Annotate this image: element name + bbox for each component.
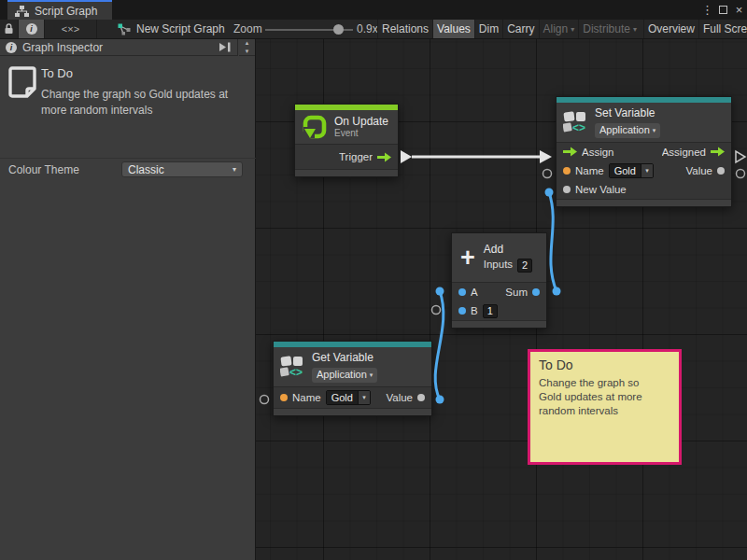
sticky-note-text: Change the graph so Gold updates at more… [539, 376, 658, 418]
chevron-down-icon: ▾ [358, 391, 370, 404]
values-button[interactable]: Values [432, 20, 474, 38]
svg-text:<>: <> [572, 121, 585, 133]
variable-scope-value: Application [317, 369, 367, 381]
graph-toolbar: i <×> New Script Graph Zoom 0.9x Relatio… [0, 20, 747, 39]
a-input-port[interactable] [458, 288, 466, 296]
graph-name-label: New Script Graph [136, 22, 225, 35]
panel-scrubber: ▲ ▼ [239, 39, 255, 56]
value-output-port[interactable] [417, 394, 425, 401]
sum-output-port[interactable] [532, 288, 540, 296]
window-controls: ⋮ × [699, 0, 747, 20]
inputs-count-field[interactable]: 2 [517, 259, 532, 273]
dim-button[interactable]: Dim [474, 20, 502, 38]
value-port-label: Value [386, 392, 413, 403]
script-graph-asset-icon [118, 23, 131, 35]
variable-scope-dropdown[interactable]: Application ▾ [312, 368, 377, 383]
variable-name-value: Gold [610, 164, 641, 177]
colour-theme-label: Colour Theme [8, 163, 79, 176]
colour-theme-row: Colour Theme Classic ▾ [0, 161, 256, 180]
name-input-port[interactable] [280, 394, 288, 401]
dock-panel-icon [218, 42, 232, 52]
info-icon: i [26, 23, 37, 35]
b-port-row: B 1 [452, 301, 546, 320]
tab-script-graph[interactable]: Script Graph [7, 0, 112, 20]
scroll-up-button[interactable]: ▲ [239, 39, 255, 48]
get-variable-header: <> Get Variable Application ▾ [274, 347, 431, 386]
node-footer [274, 408, 431, 415]
name-port-row: Name Gold ▾ Value [557, 161, 731, 180]
value-port-label: Value [685, 165, 712, 176]
zoom-value: 0.9x [357, 20, 378, 38]
plus-icon: + [460, 245, 475, 271]
inspector-toggle-button[interactable]: i [19, 20, 45, 38]
lock-icon [4, 23, 14, 35]
maximize-icon [719, 6, 727, 14]
overview-button[interactable]: Overview [643, 20, 698, 38]
node-footer [557, 199, 731, 206]
b-input-port[interactable] [458, 307, 466, 315]
variable-name-dropdown[interactable]: Gold ▾ [609, 163, 654, 178]
variable-scope-value: Application [599, 124, 650, 136]
flow-output-arrow-icon[interactable] [377, 152, 391, 162]
window-menu-button[interactable]: ⋮ [699, 0, 715, 20]
node-add[interactable]: + Add Inputs 2 A Sum B 1 [451, 232, 547, 329]
flow-input-arrow-icon[interactable] [563, 147, 577, 157]
name-port-row: Name Gold ▾ Value [274, 387, 431, 408]
variable-name-dropdown[interactable]: Gold ▾ [326, 390, 371, 405]
graph-tab-icon [15, 6, 29, 17]
zoom-label: Zoom [233, 20, 262, 38]
name-input-port[interactable] [563, 167, 571, 175]
assign-port-label: Assign [582, 147, 614, 158]
new-value-input-port[interactable] [563, 186, 571, 193]
node-footer [295, 169, 398, 176]
inspector-note-title: To Do [41, 66, 73, 80]
new-value-port-row: New Value [557, 180, 731, 199]
inputs-label: Inputs [484, 259, 513, 272]
kebab-menu-icon: ⋮ [701, 3, 713, 17]
lock-button[interactable] [0, 20, 19, 38]
graph-inspector-header[interactable]: i Graph Inspector [0, 39, 238, 56]
dock-panel-button[interactable] [218, 42, 232, 52]
tab-title: Script Graph [35, 5, 97, 18]
sum-port-label: Sum [505, 287, 528, 298]
b-value-field[interactable]: 1 [483, 304, 498, 318]
distribute-dropdown-button[interactable]: Distribute ▾ [578, 20, 641, 38]
close-button[interactable]: × [731, 0, 747, 20]
trigger-port-label: Trigger [339, 151, 373, 162]
full-screen-button[interactable]: Full Screen [698, 20, 747, 38]
name-port-label: Name [292, 392, 321, 403]
graph-name-breadcrumb[interactable]: New Script Graph [118, 20, 225, 38]
relations-button[interactable]: Relations [377, 20, 432, 38]
node-title: Set Variable [595, 106, 660, 119]
b-port-label: B [471, 305, 478, 316]
inspector-note-text: Change the graph so Gold updates at more… [41, 87, 241, 119]
variable-scope-dropdown[interactable]: Application ▾ [595, 123, 660, 138]
node-get-variable[interactable]: <> Get Variable Application ▾ Name Gold … [273, 341, 432, 416]
maximize-button[interactable] [715, 0, 731, 20]
sticky-note-title: To Do [539, 357, 670, 372]
value-output-port[interactable] [717, 167, 725, 175]
chevron-down-icon: ▾ [370, 371, 374, 379]
toolbar-buttons: Relations Values Dim Carry Align ▾ Distr… [377, 20, 747, 38]
zoom-slider-handle[interactable] [333, 24, 344, 35]
node-title: Get Variable [312, 351, 377, 364]
on-update-loop-icon [302, 114, 328, 140]
graph-inspector-panel: i Graph Inspector ▲ ▼ To Do Change the g… [0, 39, 256, 560]
sticky-note-icon [8, 66, 36, 98]
flow-output-arrow-icon[interactable] [711, 147, 725, 157]
scroll-down-button[interactable]: ▼ [239, 48, 255, 56]
colour-theme-select[interactable]: Classic ▾ [121, 161, 243, 177]
tab-bar: Script Graph ⋮ × [0, 0, 747, 20]
canvas-sticky-note[interactable]: To Do Change the graph so Gold updates a… [528, 349, 682, 465]
chevron-down-icon: ▾ [641, 164, 653, 177]
node-set-variable[interactable]: <> Set Variable Application ▾ Assign Ass… [556, 96, 732, 207]
node-footer [452, 320, 546, 328]
align-dropdown-button[interactable]: Align ▾ [539, 20, 579, 38]
code-view-button[interactable]: <×> [45, 20, 97, 38]
node-on-update[interactable]: On Update Event Trigger [294, 104, 399, 177]
on-update-header: On Update Event [295, 110, 398, 144]
inspector-note-summary: To Do Change the graph so Gold updates a… [0, 57, 256, 158]
script-graph-window: Script Graph ⋮ × i <×> [0, 0, 747, 560]
carry-button[interactable]: Carry [502, 20, 538, 38]
add-header: + Add Inputs 2 [452, 233, 546, 282]
